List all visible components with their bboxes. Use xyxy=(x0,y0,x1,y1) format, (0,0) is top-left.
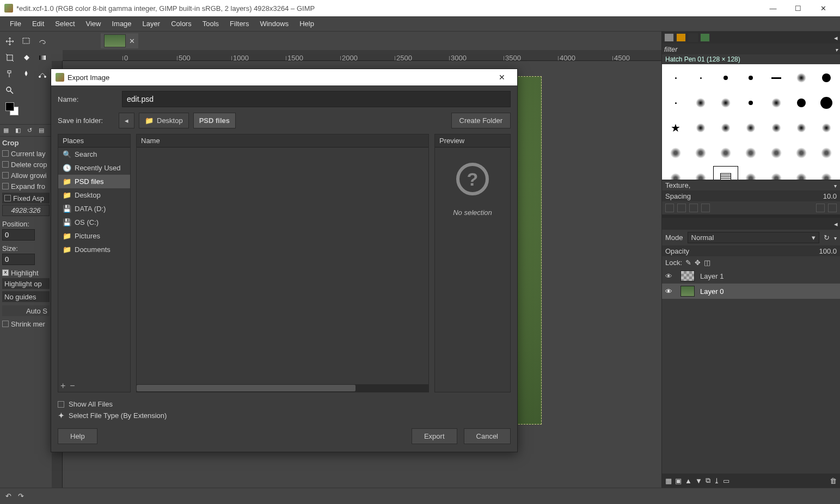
zoom-tool[interactable] xyxy=(2,83,17,98)
mode-dropdown[interactable]: Normal▾ xyxy=(688,232,819,243)
brush-item[interactable] xyxy=(789,90,814,115)
brush-item[interactable] xyxy=(764,115,789,140)
brush-item[interactable] xyxy=(764,90,789,115)
fg-color-swatch[interactable] xyxy=(5,102,14,111)
opacity-value[interactable]: 100.0 xyxy=(819,247,837,255)
place-item[interactable]: 💾OS (C:) xyxy=(58,216,130,229)
mask-icon[interactable]: ▭ xyxy=(723,477,729,485)
menu-select[interactable]: Select xyxy=(50,17,80,30)
move-tool[interactable] xyxy=(2,34,17,49)
brush-item[interactable] xyxy=(663,90,688,115)
brush-item[interactable] xyxy=(789,140,814,165)
lower-layer-icon[interactable]: ▼ xyxy=(695,477,702,485)
cancel-button[interactable]: Cancel xyxy=(464,428,511,444)
remove-bookmark-button[interactable]: − xyxy=(70,382,75,390)
brush-item[interactable] xyxy=(789,115,814,140)
mode-reset-icon[interactable]: ↻ xyxy=(824,233,830,242)
place-item[interactable]: 📁Pictures xyxy=(58,229,130,243)
lock-pixels-icon[interactable]: ✎ xyxy=(685,259,691,267)
close-button[interactable]: ✕ xyxy=(811,0,836,16)
brush-item[interactable] xyxy=(814,90,839,115)
brush-item[interactable] xyxy=(688,140,713,165)
brush-item[interactable] xyxy=(738,140,763,165)
highlight-checkbox[interactable]: × xyxy=(2,269,9,276)
history-tab[interactable] xyxy=(700,33,710,42)
smudge-tool[interactable] xyxy=(19,66,34,82)
gradient-tool[interactable] xyxy=(35,50,50,65)
add-bookmark-button[interactable]: + xyxy=(60,382,65,390)
new-brush-icon[interactable] xyxy=(677,204,686,212)
breadcrumb-desktop[interactable]: 📁 Desktop xyxy=(139,113,189,128)
maximize-button[interactable]: ☐ xyxy=(786,0,811,16)
brush-item[interactable] xyxy=(663,65,688,90)
brush-item[interactable] xyxy=(814,65,839,90)
raise-layer-icon[interactable]: ▲ xyxy=(685,477,692,485)
file-list-body[interactable] xyxy=(137,147,428,384)
export-button[interactable]: Export xyxy=(412,428,457,444)
lock-alpha-icon[interactable]: ◫ xyxy=(704,259,710,267)
menu-windows[interactable]: Windows xyxy=(254,17,294,30)
redo-icon[interactable]: ↷ xyxy=(18,492,24,500)
place-item[interactable]: 🕓Recently Used xyxy=(58,161,130,175)
images-tab[interactable]: ▤ xyxy=(35,125,47,136)
minimize-button[interactable]: — xyxy=(761,0,786,16)
fixed-checkbox[interactable] xyxy=(4,195,11,201)
free-select-tool[interactable] xyxy=(35,34,50,49)
layer-item[interactable]: 👁Layer 1 xyxy=(662,268,840,284)
menu-filters[interactable]: Filters xyxy=(224,17,254,30)
dialog-close-button[interactable]: ✕ xyxy=(491,73,513,82)
edit-brush-icon[interactable] xyxy=(665,204,674,212)
clone-tool[interactable] xyxy=(2,66,17,82)
aspect-ratio-field[interactable]: 4928:326 xyxy=(2,205,50,216)
shrink-merged-checkbox[interactable] xyxy=(2,321,9,327)
fg-bg-colors[interactable] xyxy=(2,102,50,122)
merge-down-icon[interactable]: ⤓ xyxy=(714,477,720,485)
bucket-tool[interactable] xyxy=(19,50,34,65)
help-button[interactable]: Help xyxy=(58,428,97,444)
new-group-icon[interactable]: ▣ xyxy=(675,477,682,485)
brush-item[interactable] xyxy=(713,115,738,140)
layer-item[interactable]: 👁Layer 0 xyxy=(662,284,840,299)
menu-image[interactable]: Image xyxy=(106,17,137,30)
place-item[interactable]: 📁Desktop xyxy=(58,188,130,202)
menu-help[interactable]: Help xyxy=(294,17,320,30)
allow-growing-checkbox[interactable] xyxy=(2,172,9,179)
select-file-type-expander[interactable]: ✦ xyxy=(58,413,64,419)
undo-icon[interactable]: ↶ xyxy=(5,492,11,500)
menu-view[interactable]: View xyxy=(81,17,107,30)
image-tab-close-icon[interactable]: ✕ xyxy=(129,37,135,45)
brush-item[interactable] xyxy=(713,90,738,115)
filter-dropdown-icon[interactable] xyxy=(835,45,838,53)
show-all-files-checkbox[interactable] xyxy=(58,401,64,408)
rect-select-tool[interactable] xyxy=(19,34,34,49)
brush-item[interactable] xyxy=(789,65,814,90)
brushes-tab[interactable] xyxy=(664,33,674,42)
breadcrumb-back-button[interactable]: ◂ xyxy=(119,113,134,128)
expand-from-checkbox[interactable] xyxy=(2,183,9,189)
duplicate-brush-icon[interactable] xyxy=(689,204,698,212)
refresh-brush-icon[interactable] xyxy=(816,204,825,212)
menu-colors[interactable]: Colors xyxy=(165,17,197,30)
brush-grid[interactable]: ★ xyxy=(662,64,840,180)
duplicate-layer-icon[interactable]: ⧉ xyxy=(706,476,710,485)
brush-item[interactable] xyxy=(764,65,789,90)
create-folder-button[interactable]: Create Folder xyxy=(451,113,511,128)
horizontal-ruler[interactable]: 0500100015002000250030003500400045005000 xyxy=(63,50,661,61)
fonts-tab[interactable] xyxy=(688,33,698,42)
menu-file[interactable]: File xyxy=(4,17,27,30)
menu-tools[interactable]: Tools xyxy=(197,17,224,30)
brush-item[interactable] xyxy=(738,115,763,140)
guides-dropdown[interactable]: No guides xyxy=(4,293,36,301)
place-item[interactable]: 📁PSD files xyxy=(58,175,130,188)
lock-position-icon[interactable]: ✥ xyxy=(695,259,701,267)
path-tool[interactable] xyxy=(35,66,50,82)
tool-options-tab[interactable]: ▦ xyxy=(0,125,12,136)
undo-history-tab[interactable]: ↺ xyxy=(24,125,35,136)
brush-item[interactable] xyxy=(738,65,763,90)
brush-item[interactable] xyxy=(688,90,713,115)
brush-item[interactable] xyxy=(688,65,713,90)
image-tab[interactable]: ✕ xyxy=(101,33,138,48)
patterns-tab[interactable] xyxy=(676,33,686,42)
place-item[interactable]: 📁Documents xyxy=(58,243,130,256)
breadcrumb-psd-files[interactable]: PSD files xyxy=(193,113,236,128)
